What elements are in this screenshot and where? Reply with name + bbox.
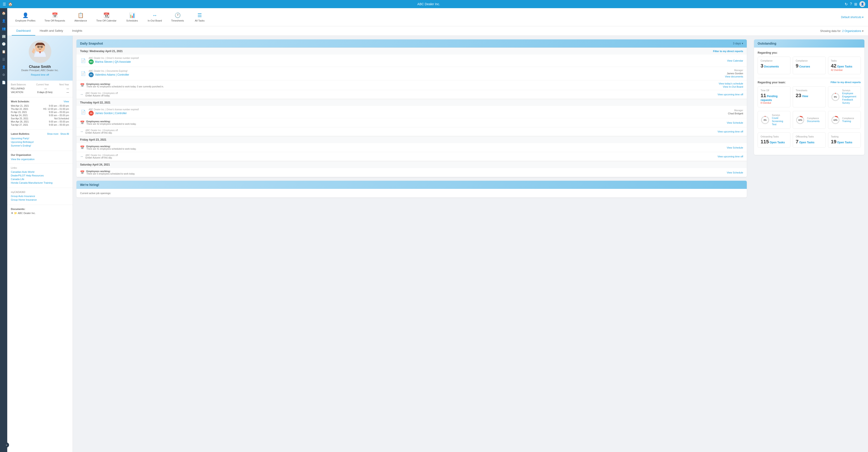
link-honda[interactable]: Honda Canada Manufacturer Training [11,181,69,184]
view-schedule-link[interactable]: View today's schedule [719,82,743,85]
offboarding-tasks-link[interactable]: Open Tasks [799,141,814,144]
mycada-section: myCADA360 Group Auto Insurance Group Hom… [7,188,72,205]
schedule-row: Sat Apr 24, 2021 9:00 am – 05:00 pm [11,114,69,117]
shortcut-all-tasks[interactable]: ☰ All Tasks [189,11,210,24]
employees-working-row: 📅 Employees working: There are 42 employ… [76,80,747,90]
link-group-home[interactable]: Group Home Insurance [11,198,69,201]
shortcut-employee-profiles[interactable]: 👤 Employee Profiles [12,11,39,24]
show-all-link[interactable]: Show All [60,133,69,135]
user-avatar[interactable]: 👤 [859,1,865,7]
open-tasks-link[interactable]: Open Tasks [837,65,852,68]
link-dealerpilot[interactable]: DealerPILOT Help Resources [11,174,69,177]
shortcut-schedules[interactable]: 📊 Schedules [122,11,142,24]
you-card-tasks: Tasks 42 Open Tasks 42 Overdue [828,57,861,74]
shortcut-in-out-board[interactable]: ↔ In-Out Board [144,11,165,24]
sidebar-icon-clipboard[interactable]: 📋 [0,49,7,55]
sidebar-icon-home[interactable]: 🏠 [0,10,7,16]
days-selector[interactable]: 3 days ▾ [733,42,743,45]
regarding-you-heading: Regarding you: [757,51,861,54]
view-org-link[interactable]: View the organization [11,158,35,161]
filter-direct-reports-link-2[interactable]: Filter to my direct reports [831,81,861,84]
person-avatar: JG [89,111,94,116]
view-upcoming-time-off-link[interactable]: View upcoming time off [718,93,743,96]
attendance-label: Attendance [74,19,87,22]
team-card-survey-engagement: 0% Surveys Employee EngagementFeedback S… [828,86,861,107]
person-link[interactable]: Valentino Adams | Controller [95,73,129,76]
regarding-team-heading: Regarding your team: Filter to my direct… [757,81,861,84]
filter-direct-reports-link[interactable]: Filter to my direct reports [713,50,743,53]
sidebar-icon-settings[interactable]: ⚙ [1,72,6,78]
team-card-training: 10% Compliance Training [828,111,861,129]
sidebar-icon-person[interactable]: 👤 [0,18,7,24]
compliance-docs-link[interactable]: Documents [807,120,819,122]
link-group-auto[interactable]: Group Auto Insurance [11,195,69,197]
snapshot-row: 📄 ABC Dealer Inc. | Driver's license num… [76,106,747,118]
covid-screening-link[interactable]: Covid Screening Test [772,117,783,126]
sidebar-icon-user2[interactable]: 👤 [0,64,7,70]
team-card-time-off: Time Off 11 Pending requests 8 Overdue [757,86,790,107]
content-area: 👤 Employee Profiles 📅 Time Off Requests … [7,8,868,452]
menu-icon[interactable]: ☰ [3,2,6,6]
bank-header: Bank Balances Current Year Next Year [11,83,69,86]
shortcut-timesheets[interactable]: 🕐 Timesheets [167,11,188,24]
in-out-board-icon: ↔ [152,12,157,18]
tab-health-safety[interactable]: Health and Safety [35,26,68,35]
request-time-off-link[interactable]: Request time off [31,74,49,76]
person-avatar: MS [89,59,94,64]
view-upcoming-time-off-link[interactable]: View upcoming time off [718,130,743,133]
help-icon[interactable]: ? [850,2,852,6]
engagement-survey-link[interactable]: Employee EngagementFeedback Survey [842,92,856,104]
refresh-icon[interactable]: ↻ [845,2,848,6]
schedules-icon: 📊 [129,12,135,18]
timesheets-view-link[interactable]: View [802,95,808,98]
onboarding-tasks-link[interactable]: Open Tasks [770,141,785,144]
view-schedule-link[interactable]: View Schedule [727,121,743,124]
work-schedule-header: Work Schedule: View [11,100,69,103]
bulletin-item[interactable]: Upcoming Party! [11,137,69,140]
tabs: Dashboard Health and Safety Insights [12,26,87,35]
sidebar-icon-list[interactable]: ☰ [1,56,6,62]
schedule-row: Tue Apr 27, 2021 9:00 am – 05:00 pm [11,124,69,126]
docs-tree[interactable]: ▼ 📁 ABC Dealer Inc. [11,212,69,215]
view-calendar-link[interactable]: View Calendar [727,59,743,62]
person-link[interactable]: Marina Steven | QA Associate [95,60,131,63]
shortcut-attendance[interactable]: 📋 Attendance [70,11,91,24]
hiring-body: Current active job openings: [76,189,747,197]
shortcut-time-off-calendar[interactable]: 📆 Time Off Calendar [93,11,120,24]
sidebar-icon-doc[interactable]: 📄 [0,79,7,86]
training-link[interactable]: Training [842,120,851,122]
bulletin-item[interactable]: Summer's Ending! [11,144,69,147]
snapshot-title: Daily Snapshot [80,42,103,45]
default-shortcuts-button[interactable]: Default shortcuts ▾ [841,16,864,19]
show-more-link[interactable]: Show more [47,133,59,135]
you-cards-grid: Compliance 3 Documents Compliance 9 Cour… [757,57,861,74]
tasking-link[interactable]: Open Tasks [837,141,852,144]
attendance-icon: 📋 [78,12,84,18]
apps-icon[interactable]: ⊞ [854,2,857,6]
home-icon[interactable]: 🏠 [8,2,13,6]
sidebar-collapse-button[interactable]: « [4,443,9,448]
view-schedule-link[interactable]: View Schedule [727,171,743,174]
link-canadian-auto[interactable]: Canadian Auto World [11,171,69,173]
view-schedule-link[interactable]: View [64,100,69,103]
bulletin-item[interactable]: Upcoming Birthdays! [11,141,69,143]
tab-insights[interactable]: Insights [68,26,87,35]
sidebar-icon-building[interactable]: 🏢 [0,33,7,39]
view-in-out-board-link[interactable]: View In-Out Board [723,85,743,88]
courses-link[interactable]: Courses [799,65,810,68]
tab-dashboard[interactable]: Dashboard [12,26,35,35]
documents-link[interactable]: Documents [764,65,779,68]
shortcut-time-off-requests[interactable]: 📅 Time Off Requests [41,11,69,24]
snapshot-row: 📄 ABC Dealer Inc. | Documents Expiring! … [76,67,747,80]
view-schedule-link[interactable]: View Schedule [727,146,743,149]
view-upcoming-time-off-link[interactable]: View upcoming time off [718,155,743,158]
sidebar-icon-group[interactable]: 👥 [0,25,7,32]
view-documents-link[interactable]: View documents [725,75,743,78]
link-canada-life[interactable]: Canada Life [11,178,69,180]
team-card-onboarding: Onboarding Tasks 115 Open Tasks [757,133,790,148]
org-dropdown-arrow[interactable]: ▾ [862,29,864,33]
person-link[interactable]: James Gordon | Controller [95,112,127,115]
right-panel: Outstanding Regarding you: Compliance 3 … [750,36,868,452]
sidebar-icon-clock[interactable]: 🕐 [0,41,7,47]
org-count-link[interactable]: 2 Organizations [842,29,861,33]
